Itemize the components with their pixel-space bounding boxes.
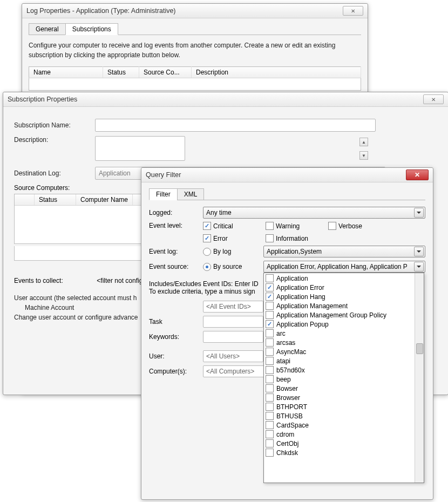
source-option[interactable]: AsyncMac — [264, 347, 415, 356]
checkbox-icon[interactable] — [266, 302, 274, 310]
label-user: User: — [149, 352, 203, 360]
checkbox-icon[interactable] — [266, 274, 274, 282]
checkbox-icon[interactable] — [266, 421, 274, 429]
window-title: Subscription Properties — [8, 96, 77, 103]
user-input[interactable]: <All Users> — [203, 350, 263, 362]
tab-xml[interactable]: XML — [177, 188, 205, 200]
source-option[interactable]: arcsas — [264, 338, 415, 347]
subscriptions-table[interactable]: Name Status Source Co... Description — [29, 66, 361, 91]
source-option[interactable]: Bowser — [264, 384, 415, 393]
checkbox-icon — [203, 234, 211, 242]
window-title: Log Properties - Application (Type: Admi… — [26, 7, 176, 15]
event-ids-input[interactable]: <All Event IDs> — [203, 301, 263, 313]
checkbox-icon[interactable] — [266, 311, 274, 319]
check-verbose[interactable]: Verbose — [328, 222, 382, 230]
source-option[interactable]: atapi — [264, 356, 415, 365]
scrollbar[interactable] — [415, 273, 424, 483]
col-status[interactable]: Status — [103, 67, 139, 78]
close-icon[interactable]: ✕ — [406, 169, 429, 180]
col-source[interactable]: Source Co... — [139, 67, 192, 78]
label-keywords: Keywords: — [149, 333, 203, 341]
event-source-dropdown[interactable]: ApplicationApplication ErrorApplication … — [263, 273, 424, 483]
event-log-select[interactable]: Application,System — [263, 246, 425, 257]
titlebar[interactable]: Log Properties - Application (Type: Admi… — [22, 4, 368, 18]
source-option[interactable]: Application Error — [264, 283, 415, 292]
check-critical[interactable]: Critical — [203, 222, 257, 230]
chevron-down-icon[interactable] — [414, 208, 424, 218]
source-option[interactable]: Chkdsk — [264, 448, 415, 457]
source-option[interactable]: Application Hang — [264, 292, 415, 301]
checkbox-icon[interactable] — [266, 357, 274, 365]
titlebar[interactable]: Query Filter ✕ — [141, 168, 433, 182]
checkbox-icon[interactable] — [266, 338, 274, 347]
source-computers-grid[interactable]: Status Computer Name — [14, 194, 155, 244]
description-input[interactable] — [95, 136, 185, 161]
radio-by-log[interactable]: By log — [203, 248, 252, 256]
spin-up-icon[interactable]: ▲ — [359, 138, 368, 146]
task-input[interactable] — [203, 316, 263, 328]
col-desc[interactable]: Description — [192, 67, 361, 78]
label-subscription-name: Subscription Name: — [14, 121, 95, 129]
chevron-down-icon[interactable] — [414, 247, 424, 256]
source-option[interactable]: Application — [264, 274, 415, 283]
tab-general[interactable]: General — [29, 23, 66, 35]
checkbox-icon[interactable] — [266, 366, 274, 374]
col-computer-name[interactable]: Computer Name — [76, 194, 133, 205]
keywords-input[interactable] — [203, 331, 263, 343]
chevron-down-icon[interactable] — [414, 262, 424, 272]
subscription-name-input[interactable] — [95, 119, 376, 132]
checkbox-icon[interactable] — [266, 430, 274, 438]
checkbox-icon[interactable] — [266, 375, 274, 383]
source-option[interactable]: Application Management — [264, 301, 415, 310]
source-option[interactable]: BTHPORT — [264, 402, 415, 411]
tab-filter[interactable]: Filter — [149, 188, 178, 200]
source-option-label: BTHPORT — [276, 403, 307, 411]
source-option[interactable]: BTHUSB — [264, 411, 415, 420]
checkbox-icon[interactable] — [266, 348, 274, 356]
checkbox-icon[interactable] — [266, 283, 274, 291]
checkbox-icon[interactable] — [266, 439, 274, 447]
event-source-select[interactable]: Application Error, Application Hang, App… — [263, 261, 425, 273]
computers-input[interactable]: <All Computers> — [203, 365, 269, 377]
source-option-label: atapi — [276, 357, 290, 365]
checkbox-icon[interactable] — [266, 403, 274, 411]
check-warning[interactable]: Warning — [266, 222, 320, 230]
source-option-label: Chkdsk — [276, 449, 298, 457]
checkbox-icon[interactable] — [266, 320, 274, 328]
checkbox-icon[interactable] — [266, 412, 274, 420]
source-option[interactable]: Application Popup — [264, 320, 415, 329]
source-option-label: Application Popup — [276, 321, 329, 328]
col-name[interactable]: Name — [29, 67, 103, 78]
checkbox-icon[interactable] — [266, 293, 274, 301]
source-option-label: Application Hang — [276, 293, 325, 301]
check-information[interactable]: Information — [266, 234, 320, 242]
source-option[interactable]: beep — [264, 375, 415, 384]
checkbox-icon[interactable] — [266, 384, 274, 392]
tab-subscriptions[interactable]: Subscriptions — [65, 23, 118, 35]
source-option-label: BTHUSB — [276, 412, 303, 420]
radio-by-source[interactable]: By source — [203, 263, 252, 271]
spin-down-icon[interactable]: ▼ — [359, 151, 368, 160]
source-option[interactable]: Application Management Group Policy — [264, 310, 415, 320]
source-option-label: b57nd60x — [276, 367, 305, 374]
checkbox-icon[interactable] — [266, 329, 274, 337]
source-option[interactable]: Browser — [264, 393, 415, 402]
checkbox-icon[interactable] — [266, 394, 274, 402]
source-option[interactable]: b57nd60x — [264, 365, 415, 375]
col-status[interactable]: Status — [35, 194, 76, 205]
source-option[interactable]: CertObj — [264, 439, 415, 448]
logged-select[interactable]: Any time — [203, 207, 425, 219]
filter-status: <filter not configu — [97, 277, 146, 284]
close-icon[interactable]: ✕ — [343, 6, 363, 16]
scrollbar-thumb[interactable] — [416, 343, 423, 354]
close-icon[interactable]: ✕ — [423, 94, 444, 104]
titlebar[interactable]: Subscription Properties ✕ — [3, 92, 448, 107]
source-option[interactable]: arc — [264, 329, 415, 338]
query-filter-window: Query Filter ✕ Filter XML Logged: Any ti… — [141, 167, 433, 500]
checkbox-icon[interactable] — [266, 449, 274, 457]
check-error[interactable]: Error — [203, 234, 257, 242]
source-option[interactable]: CardSpace — [264, 420, 415, 430]
label-event-level: Event level: — [149, 222, 203, 229]
source-option[interactable]: cdrom — [264, 430, 415, 439]
source-option-label: CardSpace — [276, 422, 309, 429]
